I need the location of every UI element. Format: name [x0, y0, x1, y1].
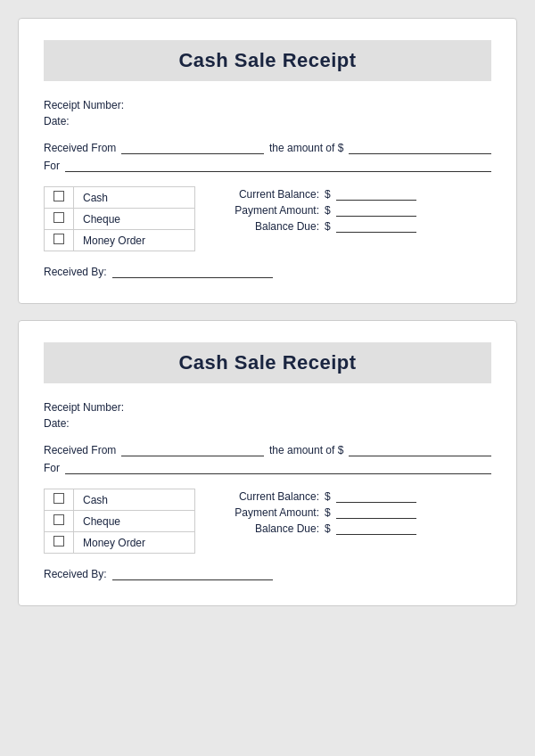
payment-option-row-0: Cash [45, 489, 195, 511]
meta-section: Receipt Number: Date: [44, 401, 491, 430]
received-by-line [112, 579, 273, 580]
for-row: For [44, 462, 491, 474]
payment-option-label-1: Cheque [74, 511, 195, 532]
amount-line [349, 456, 491, 456]
current-balance-line [336, 200, 416, 201]
checkbox-0[interactable] [54, 493, 64, 504]
payment-amount-line [336, 518, 416, 519]
current-balance-row: Current Balance: $ [217, 188, 416, 201]
current-balance-line [336, 502, 416, 503]
body-section: Cash Cheque Money Order [44, 489, 491, 554]
payment-option-label-0: Cash [74, 187, 195, 209]
date-row: Date: [44, 417, 491, 430]
checkbox-0[interactable] [54, 191, 64, 201]
receipt-number-label: Receipt Number: [44, 401, 124, 414]
received-from-row: Received From the amount of $ [44, 142, 491, 154]
current-balance-dollar: $ [325, 188, 331, 201]
checkbox-2[interactable] [54, 234, 64, 244]
balance-due-row: Balance Due: $ [217, 220, 416, 233]
balance-due-dollar: $ [325, 220, 331, 233]
receipt-number-row: Receipt Number: [44, 401, 491, 414]
balance-due-row: Balance Due: $ [217, 522, 416, 535]
checkbox-cell-1 [45, 511, 74, 532]
checkbox-cell-1 [45, 209, 74, 230]
balance-section: Current Balance: $ Payment Amount: $ Bal… [217, 489, 416, 554]
payment-option-row-2: Money Order [45, 532, 195, 554]
meta-section: Receipt Number: Date: [44, 99, 491, 127]
payment-option-row-0: Cash [45, 187, 195, 209]
payment-option-label-2: Money Order [74, 532, 195, 554]
checkbox-2[interactable] [54, 536, 64, 546]
amount-of-label: the amount of $ [269, 142, 343, 154]
received-by-label: Received By: [44, 568, 107, 580]
payment-options-table: Cash Cheque Money Order [44, 186, 195, 251]
received-by-row: Received By: [44, 266, 491, 278]
payment-amount-label: Payment Amount: [217, 506, 319, 519]
payment-amount-label: Payment Amount: [217, 204, 319, 217]
receipt-title-bar: Cash Sale Receipt [44, 342, 491, 383]
checkbox-cell-2 [45, 230, 74, 251]
amount-of-label: the amount of $ [269, 444, 343, 456]
for-label: For [44, 462, 60, 474]
amount-line [349, 153, 491, 154]
receipt-title: Cash Sale Receipt [44, 49, 491, 72]
receipt-title-bar: Cash Sale Receipt [44, 40, 491, 81]
receipt-card-2: Cash Sale Receipt Receipt Number: Date: … [18, 320, 517, 606]
current-balance-label: Current Balance: [217, 490, 319, 503]
received-from-line [121, 456, 264, 456]
checkbox-cell-2 [45, 532, 74, 554]
body-section: Cash Cheque Money Order [44, 186, 491, 251]
payment-option-label-0: Cash [74, 489, 195, 511]
receipt-number-label: Receipt Number: [44, 99, 124, 111]
received-from-label: Received From [44, 142, 116, 154]
balance-due-line [336, 232, 416, 233]
payment-amount-row: Payment Amount: $ [217, 506, 416, 519]
payment-option-row-1: Cheque [45, 209, 195, 230]
received-by-row: Received By: [44, 568, 491, 580]
date-row: Date: [44, 115, 491, 127]
for-line [65, 473, 491, 474]
checkbox-cell-0 [45, 489, 74, 511]
receipt-title: Cash Sale Receipt [44, 351, 491, 374]
checkbox-cell-0 [45, 187, 74, 209]
payment-amount-dollar: $ [325, 204, 331, 217]
balance-section: Current Balance: $ Payment Amount: $ Bal… [217, 186, 416, 251]
payment-amount-line [336, 216, 416, 217]
for-label: For [44, 160, 60, 172]
checkbox-1[interactable] [54, 212, 64, 223]
received-from-line [121, 153, 264, 154]
balance-due-dollar: $ [325, 522, 331, 535]
for-line [65, 171, 491, 172]
receipt-number-row: Receipt Number: [44, 99, 491, 111]
balance-due-label: Balance Due: [217, 220, 319, 233]
current-balance-label: Current Balance: [217, 188, 319, 201]
current-balance-dollar: $ [325, 490, 331, 503]
received-from-row: Received From the amount of $ [44, 444, 491, 456]
date-label: Date: [44, 417, 70, 430]
payment-option-label-2: Money Order [74, 230, 195, 251]
checkbox-1[interactable] [54, 514, 64, 525]
payment-amount-row: Payment Amount: $ [217, 204, 416, 217]
received-by-line [112, 277, 273, 278]
for-row: For [44, 160, 491, 172]
payment-option-label-1: Cheque [74, 209, 195, 230]
received-from-label: Received From [44, 444, 116, 456]
received-by-label: Received By: [44, 266, 107, 278]
payment-option-row-2: Money Order [45, 230, 195, 251]
receipt-card-1: Cash Sale Receipt Receipt Number: Date: … [18, 18, 517, 304]
date-label: Date: [44, 115, 70, 127]
balance-due-line [336, 534, 416, 535]
payment-options-table: Cash Cheque Money Order [44, 489, 195, 554]
balance-due-label: Balance Due: [217, 522, 319, 535]
payment-amount-dollar: $ [325, 506, 331, 519]
current-balance-row: Current Balance: $ [217, 490, 416, 503]
payment-option-row-1: Cheque [45, 511, 195, 532]
